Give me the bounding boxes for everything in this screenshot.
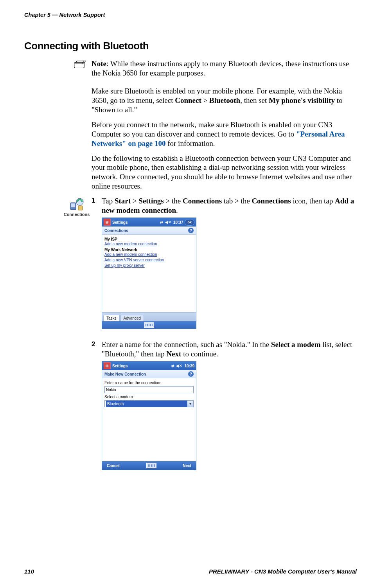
text-bold: Next bbox=[166, 350, 181, 358]
text: tab > the bbox=[222, 197, 252, 205]
sip-bar[interactable] bbox=[102, 321, 196, 329]
note-body: : While these instructions apply to many… bbox=[92, 59, 349, 77]
text-bold: Bluetooth bbox=[209, 96, 240, 104]
text: Enter a name for the connection, such as… bbox=[102, 340, 271, 349]
manual-title: PRELIMINARY - CN3 Mobile Computer User's… bbox=[209, 568, 357, 575]
softkey-next[interactable]: Next bbox=[183, 464, 191, 468]
tab-tasks[interactable]: Tasks bbox=[103, 315, 120, 321]
softkey-bar: Cancel Next bbox=[102, 461, 196, 470]
link-add-modem-work[interactable]: Add a new modem connection bbox=[104, 252, 194, 257]
step-1-row: Connections 1 Tap Start > Settings > the… bbox=[24, 196, 357, 329]
running-header: Chapter 5 — Network Support bbox=[24, 12, 357, 18]
keyboard-icon[interactable] bbox=[144, 322, 154, 328]
text-bold: Settings bbox=[138, 197, 164, 205]
screenshot-make-new-connection: ⊞ Settings ⇄ ◀✕ 10:39 Make New Connectio… bbox=[102, 361, 196, 470]
note-block: Note: While these instructions apply to … bbox=[74, 59, 357, 78]
note-label: Note bbox=[92, 59, 106, 68]
label-connection-name: Enter a name for the connection: bbox=[104, 381, 194, 385]
help-icon[interactable]: ? bbox=[188, 228, 194, 233]
input-connection-name[interactable] bbox=[104, 386, 194, 393]
section-title: Connecting with Bluetooth bbox=[24, 40, 357, 52]
step-2-text: 2 Enter a name for the connection, such … bbox=[92, 340, 357, 359]
link-add-modem-isp[interactable]: Add a new modem connection bbox=[104, 241, 194, 247]
select-modem-value: Bluetooth bbox=[106, 401, 187, 407]
text-bold: Connections bbox=[183, 197, 222, 205]
svg-rect-3 bbox=[71, 203, 75, 207]
text: , then set bbox=[240, 96, 269, 104]
step-2-row: 2 Enter a name for the connection, such … bbox=[92, 340, 357, 470]
label-select-modem: Select a modem: bbox=[104, 395, 194, 399]
note-text: Note: While these instructions apply to … bbox=[92, 59, 357, 78]
connections-icon bbox=[70, 197, 84, 211]
wm-titlebar: ⊞ Settings ⇄ ◀✕ 10:37 ok bbox=[102, 218, 196, 227]
wm-subheader: Make New Connection ? bbox=[102, 370, 196, 378]
start-flag-icon[interactable]: ⊞ bbox=[104, 362, 111, 369]
link-add-vpn[interactable]: Add a new VPN server connection bbox=[104, 257, 194, 263]
wm-tabs: Tasks Advanced bbox=[102, 312, 196, 321]
clock: 10:37 bbox=[173, 220, 183, 225]
subheader-title: Connections bbox=[104, 228, 128, 233]
svg-rect-5 bbox=[78, 206, 83, 210]
screenshot-connections-settings: ⊞ Settings ⇄ ◀✕ 10:37 ok Connections ? M… bbox=[102, 218, 196, 329]
wm-content: My ISP Add a new modem connection My Wor… bbox=[102, 235, 196, 312]
text: > the bbox=[164, 197, 183, 205]
text: to continue. bbox=[181, 350, 218, 358]
wm-title: Settings bbox=[112, 220, 128, 225]
wm-title: Settings bbox=[112, 364, 128, 368]
page-footer: 110 PRELIMINARY - CN3 Mobile Computer Us… bbox=[24, 568, 357, 575]
body-para-1: Make sure Bluetooth is enabled on your m… bbox=[92, 86, 357, 115]
start-flag-icon[interactable]: ⊞ bbox=[104, 219, 111, 226]
step-1-text: 1 Tap Start > Settings > the Connections… bbox=[92, 196, 357, 215]
select-modem[interactable]: Bluetooth ▼ bbox=[104, 400, 194, 407]
page-number: 110 bbox=[24, 568, 34, 575]
connections-icon-caption: Connections bbox=[64, 212, 90, 217]
status-icons: ⇄ ◀✕ bbox=[160, 220, 172, 224]
text-bold: Connect bbox=[175, 96, 201, 104]
subheader-title: Make New Connection bbox=[104, 372, 146, 376]
text: Tap bbox=[102, 197, 115, 205]
text-bold: My phone's visibility bbox=[269, 96, 335, 104]
body-block: Make sure Bluetooth is enabled on your m… bbox=[92, 86, 357, 191]
help-icon[interactable]: ? bbox=[188, 371, 194, 377]
chevron-down-icon[interactable]: ▼ bbox=[187, 401, 193, 407]
wm-subheader: Connections ? bbox=[102, 227, 196, 235]
link-proxy[interactable]: Set up my proxy server bbox=[104, 263, 194, 268]
group-my-isp: My ISP bbox=[104, 237, 194, 241]
text: icon, then tap bbox=[291, 197, 335, 205]
text-bold: Start bbox=[115, 197, 131, 205]
step-number-1: 1 bbox=[92, 196, 99, 205]
text-bold: Connections bbox=[252, 197, 291, 205]
text: > bbox=[201, 96, 209, 104]
tab-advanced[interactable]: Advanced bbox=[120, 315, 144, 321]
text-bold: Select a modem bbox=[271, 340, 321, 349]
softkey-cancel[interactable]: Cancel bbox=[107, 464, 120, 468]
group-my-work-network: My Work Network bbox=[104, 248, 194, 252]
step-number-2: 2 bbox=[92, 340, 99, 349]
wm-titlebar: ⊞ Settings ⇄ ◀✕ 10:39 bbox=[102, 361, 196, 370]
ok-button[interactable]: ok bbox=[185, 219, 194, 226]
text: > bbox=[131, 197, 138, 205]
status-icons: ⇄ ◀✕ bbox=[171, 364, 183, 368]
text: . bbox=[176, 206, 178, 214]
text: for information. bbox=[165, 139, 215, 147]
body-para-2: Before you connect to the network, make … bbox=[92, 120, 357, 148]
wm-content: Enter a name for the connection: Select … bbox=[102, 378, 196, 461]
note-pencil-icon bbox=[74, 60, 87, 71]
keyboard-icon[interactable] bbox=[146, 463, 156, 468]
body-para-3: Do the following to establish a Bluetoot… bbox=[92, 154, 357, 191]
clock: 10:39 bbox=[184, 364, 194, 368]
